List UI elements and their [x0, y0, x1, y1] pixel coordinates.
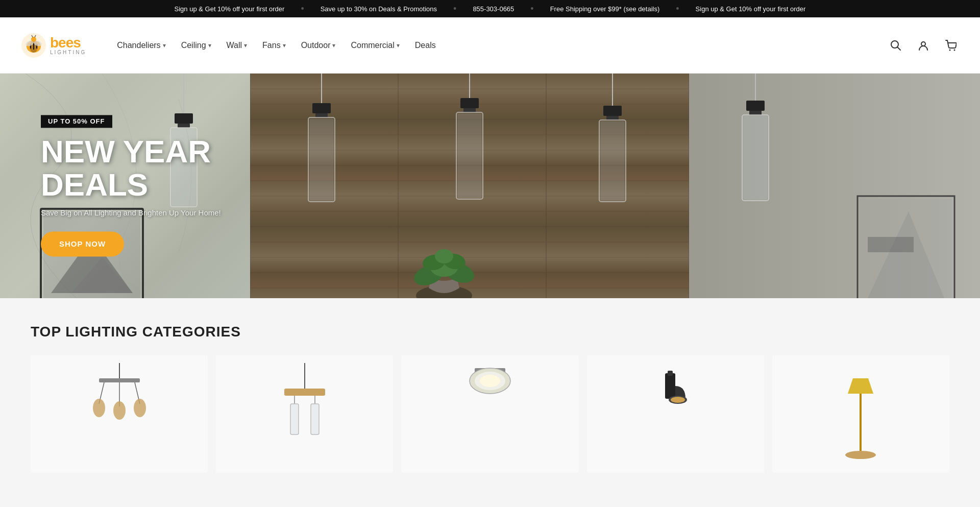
logo[interactable]: bees LIGHTING: [20, 32, 86, 59]
category-card-wall-sconces[interactable]: [587, 355, 764, 473]
account-button[interactable]: [915, 37, 932, 54]
chevron-down-icon: ▾: [332, 42, 335, 49]
chevron-down-icon: ▾: [397, 42, 400, 49]
nav-fans[interactable]: Fans ▾: [256, 37, 292, 54]
header-icons: [887, 37, 960, 54]
announcement-item-1: Sign up & Get 10% off your first order: [175, 5, 285, 13]
svg-point-8: [31, 37, 36, 42]
dot-4: •: [676, 4, 679, 13]
announcement-item-4: Free Shipping over $99* (see details): [550, 5, 660, 13]
svg-point-94: [671, 397, 685, 403]
nav-deals[interactable]: Deals: [409, 37, 442, 54]
svg-rect-72: [99, 378, 140, 382]
flush-mount-illustration: [454, 363, 526, 465]
hero-subtitle: Save Big on All Lighting and Brighten Up…: [41, 209, 221, 218]
svg-line-12: [898, 47, 901, 50]
category-card-pendants[interactable]: [216, 355, 393, 473]
chandelier-illustration: [84, 363, 155, 465]
header: bees LIGHTING Chandeliers ▾ Ceiling ▾ Wa…: [0, 17, 980, 74]
categories-section: TOP LIGHTING CATEGORIES: [0, 298, 980, 473]
floor-lamp-illustration: [825, 363, 896, 465]
chevron-down-icon: ▾: [208, 42, 211, 49]
wall-sconce-illustration: [640, 363, 711, 465]
cart-button[interactable]: [942, 37, 960, 54]
dot-3: •: [530, 4, 533, 13]
cart-icon: [945, 40, 957, 51]
categories-grid: [31, 355, 949, 473]
svg-point-78: [134, 399, 146, 417]
pendant-illustration: [269, 363, 340, 465]
main-nav: Chandeliers ▾ Ceiling ▾ Wall ▾ Fans ▾ Ou…: [111, 37, 887, 54]
hero-content: UP TO 50% OFF NEW YEAR DEALS Save Big on…: [41, 115, 221, 256]
svg-point-15: [954, 49, 955, 51]
chevron-down-icon: ▾: [163, 42, 166, 49]
wood-grain: [250, 74, 689, 298]
logo-sub: LIGHTING: [50, 50, 86, 55]
search-button[interactable]: [887, 37, 904, 54]
svg-rect-92: [668, 371, 673, 376]
svg-point-96: [845, 451, 876, 459]
announcement-item-5: Sign up & Get 10% off your first order: [696, 5, 806, 13]
right-wall: [689, 74, 980, 298]
logo-name: bees: [50, 36, 86, 50]
svg-rect-80: [284, 389, 325, 396]
svg-rect-86: [311, 404, 318, 434]
nav-commercial[interactable]: Commercial ▾: [345, 37, 405, 54]
nav-outdoor[interactable]: Outdoor ▾: [295, 37, 342, 54]
svg-point-76: [93, 399, 105, 417]
nav-chandeliers[interactable]: Chandeliers ▾: [111, 37, 172, 54]
svg-point-77: [113, 401, 126, 420]
svg-rect-91: [665, 373, 675, 399]
dot-1: •: [301, 4, 304, 13]
shop-now-button[interactable]: SHOP NOW: [41, 232, 124, 257]
chevron-down-icon: ▾: [244, 42, 247, 49]
dot-2: •: [453, 4, 456, 13]
svg-point-14: [949, 49, 951, 51]
announcement-bar: Sign up & Get 10% off your first order •…: [0, 0, 980, 17]
logo-icon: [20, 32, 47, 59]
wood-wall: [250, 74, 689, 298]
announcement-item-3: 855-303-0665: [473, 5, 514, 13]
hero-badge: UP TO 50% OFF: [41, 115, 112, 128]
hero-title: NEW YEAR DEALS: [41, 135, 221, 201]
svg-point-13: [921, 42, 925, 46]
category-card-floor-lamps[interactable]: [772, 355, 949, 473]
chevron-down-icon: ▾: [283, 42, 286, 49]
nav-ceiling[interactable]: Ceiling ▾: [175, 37, 217, 54]
announcement-item-2: Save up to 30% on Deals & Promotions: [321, 5, 437, 13]
search-icon: [890, 40, 901, 51]
user-icon: [918, 40, 929, 51]
categories-title: TOP LIGHTING CATEGORIES: [31, 324, 949, 340]
category-card-chandeliers[interactable]: [31, 355, 208, 473]
hero-section: UP TO 50% OFF NEW YEAR DEALS Save Big on…: [0, 74, 980, 298]
category-card-flush-mount[interactable]: [401, 355, 578, 473]
svg-point-90: [480, 375, 500, 387]
nav-wall[interactable]: Wall ▾: [220, 37, 254, 54]
svg-rect-85: [291, 404, 298, 434]
